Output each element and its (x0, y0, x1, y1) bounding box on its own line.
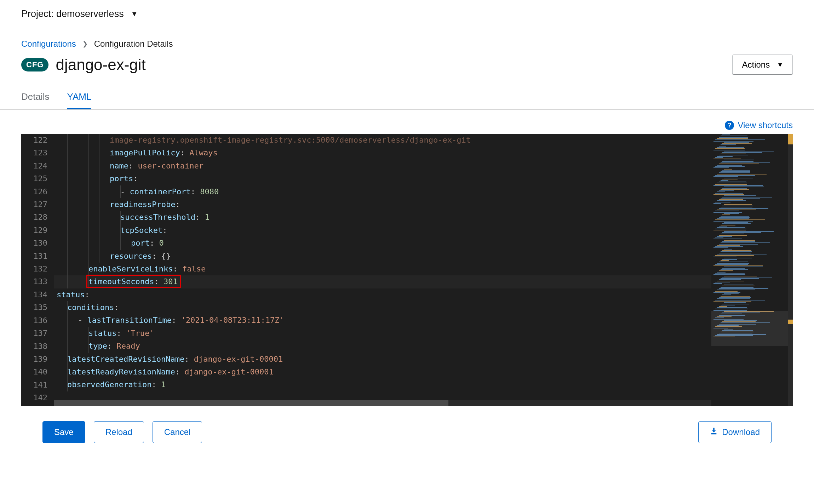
minimap-viewport[interactable] (711, 311, 788, 346)
page-title: django-ex-git (56, 56, 145, 74)
yaml-editor[interactable]: 1221231241251261271281291301311321331341… (21, 134, 793, 406)
tabs: Details YAML (0, 86, 814, 110)
project-name: demoserverless (56, 8, 124, 19)
resource-type-badge: CFG (21, 58, 48, 71)
download-button[interactable]: Download (698, 421, 772, 443)
download-label: Download (722, 427, 760, 437)
shortcuts-label: View shortcuts (738, 120, 793, 130)
tab-yaml[interactable]: YAML (67, 86, 91, 109)
caret-down-icon: ▼ (131, 10, 138, 18)
horizontal-scrollbar[interactable] (54, 400, 711, 406)
code-area[interactable]: image-registry.openshift-image-registry.… (54, 134, 711, 406)
actions-dropdown[interactable]: Actions ▼ (732, 55, 793, 75)
minimap-highlight (788, 134, 793, 144)
save-button[interactable]: Save (42, 421, 85, 443)
line-number-gutter: 1221231241251261271281291301311321331341… (21, 134, 54, 406)
breadcrumb: Configurations ❯ Configuration Details (0, 28, 814, 49)
button-row: Save Reload Cancel Download (21, 406, 793, 458)
breadcrumb-root[interactable]: Configurations (21, 39, 76, 49)
reload-button[interactable]: Reload (94, 421, 144, 443)
tab-details[interactable]: Details (21, 86, 49, 109)
project-selector[interactable]: Project: demoserverless ▼ (0, 0, 814, 28)
view-shortcuts-link[interactable]: ? View shortcuts (21, 120, 793, 134)
project-label: Project: (21, 8, 54, 19)
cancel-button[interactable]: Cancel (153, 421, 202, 443)
breadcrumb-current: Configuration Details (94, 39, 173, 49)
minimap-highlight (788, 320, 793, 324)
caret-down-icon: ▼ (777, 61, 783, 69)
actions-label: Actions (742, 60, 770, 70)
scrollbar-thumb[interactable] (54, 400, 448, 406)
download-icon (710, 427, 718, 437)
help-icon: ? (725, 121, 734, 130)
minimap-scrollbar[interactable] (788, 134, 793, 406)
chevron-right-icon: ❯ (82, 40, 88, 48)
minimap[interactable] (711, 134, 793, 406)
title-row: CFG django-ex-git Actions ▼ (0, 49, 814, 86)
